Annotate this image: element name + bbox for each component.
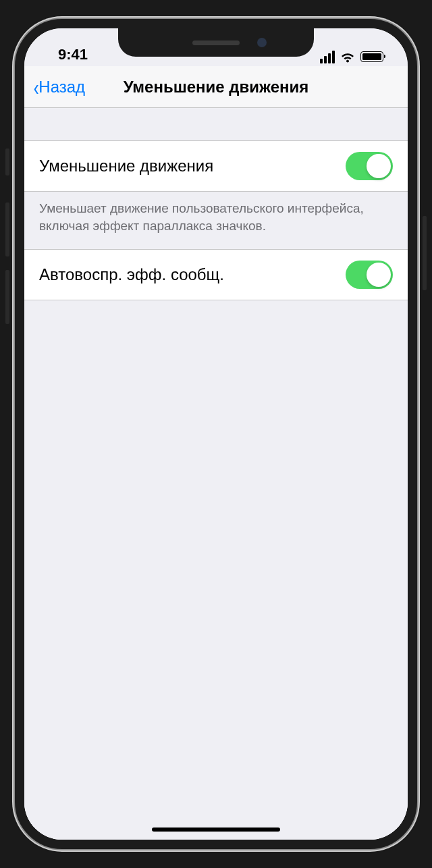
phone-frame: 9:41 ‹ Назад Уменьшение движения — [15, 19, 417, 849]
silent-switch[interactable] — [5, 148, 9, 175]
cellular-signal-icon — [320, 51, 335, 63]
reduce-motion-row: Уменьшение движения — [24, 140, 408, 192]
toggle-knob — [367, 263, 391, 287]
reduce-motion-description: Уменьшает движение пользовательского инт… — [24, 192, 408, 249]
front-camera — [257, 38, 267, 47]
back-button[interactable]: ‹ Назад — [32, 76, 85, 99]
navigation-bar: ‹ Назад Уменьшение движения — [24, 66, 408, 108]
volume-up-button[interactable] — [5, 202, 9, 256]
wifi-icon — [340, 50, 356, 63]
back-button-label: Назад — [38, 78, 85, 97]
notch — [118, 28, 314, 57]
status-time: 9:41 — [51, 46, 88, 63]
toggle-knob — [367, 154, 391, 178]
battery-icon — [360, 51, 383, 62]
power-button[interactable] — [423, 216, 427, 290]
home-indicator[interactable] — [152, 828, 280, 832]
screen: 9:41 ‹ Назад Уменьшение движения — [24, 28, 408, 840]
auto-play-effects-toggle[interactable] — [346, 261, 393, 289]
status-indicators — [320, 50, 387, 63]
chevron-left-icon: ‹ — [34, 76, 39, 99]
auto-play-effects-label: Автовоспр. эфф. сообщ. — [39, 265, 224, 284]
volume-down-button[interactable] — [5, 270, 9, 324]
settings-content: Уменьшение движения Уменьшает движение п… — [24, 108, 408, 840]
speaker — [192, 40, 240, 45]
auto-play-effects-row: Автовоспр. эфф. сообщ. — [24, 249, 408, 300]
reduce-motion-label: Уменьшение движения — [39, 157, 213, 175]
reduce-motion-toggle[interactable] — [346, 152, 393, 180]
